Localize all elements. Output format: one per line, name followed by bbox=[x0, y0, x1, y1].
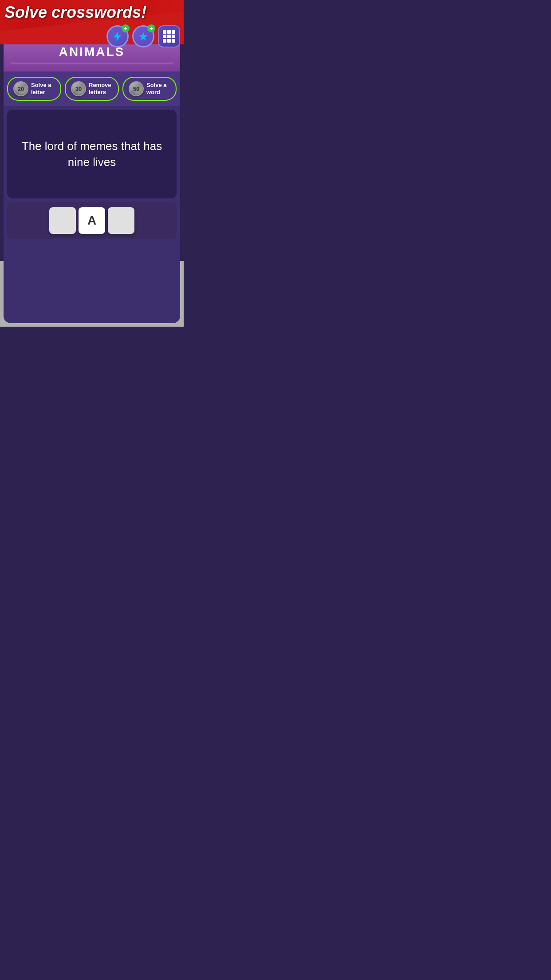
hint-power-btn-1[interactable]: + bbox=[106, 25, 129, 47]
solve-word-button[interactable]: 50 Solve a word bbox=[122, 77, 177, 101]
category-divider bbox=[11, 63, 173, 64]
solve-letter-label: Solve a letter bbox=[31, 82, 55, 95]
solve-letter-button[interactable]: 20 Solve a letter bbox=[7, 77, 61, 101]
clue-text: The lord of memes that has nine lives bbox=[16, 138, 168, 170]
game-panel: ANIMALS 20 Solve a letter 30 Remove lett… bbox=[4, 38, 180, 323]
remove-letters-button[interactable]: 30 Remove letters bbox=[65, 77, 119, 101]
solve-letter-cost: 20 bbox=[13, 81, 28, 96]
grid-icon bbox=[163, 30, 175, 43]
top-bar: + + bbox=[95, 23, 184, 50]
banner-text: Solve crosswords! bbox=[4, 4, 146, 21]
answer-tile-3[interactable] bbox=[108, 207, 134, 234]
star-icon bbox=[138, 31, 149, 42]
plus-icon-1: + bbox=[122, 24, 130, 32]
answer-tile-2[interactable]: A bbox=[79, 207, 105, 234]
lightning-icon bbox=[112, 31, 123, 42]
solve-word-cost: 50 bbox=[129, 81, 144, 96]
solve-word-label: Solve a word bbox=[146, 82, 170, 95]
hint-power-btn-2[interactable]: + bbox=[132, 25, 154, 47]
answer-area: A bbox=[7, 202, 177, 239]
grid-menu-button[interactable] bbox=[158, 25, 180, 47]
answer-tile-1[interactable] bbox=[49, 207, 76, 234]
remove-letters-label: Remove letters bbox=[89, 82, 113, 95]
remove-letters-cost: 30 bbox=[71, 81, 86, 96]
hint-row: 20 Solve a letter 30 Remove letters 50 S… bbox=[4, 71, 180, 106]
clue-area: The lord of memes that has nine lives bbox=[7, 110, 177, 198]
plus-icon-2: + bbox=[147, 24, 155, 32]
